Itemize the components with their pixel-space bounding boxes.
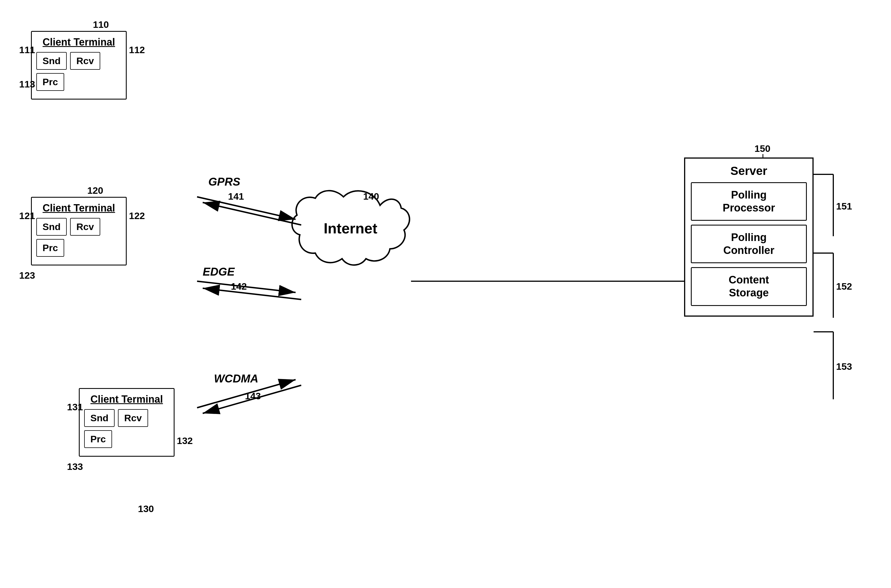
ref-132: 132: [177, 435, 193, 446]
client-130-row1: Snd Rcv: [84, 409, 169, 427]
client-130-prc: Prc: [84, 430, 112, 448]
client-terminal-130: Client Terminal Snd Rcv Prc: [79, 388, 175, 457]
client-120-row2: Prc: [36, 239, 121, 257]
server-ref-152: 152: [836, 281, 852, 292]
client-120-prc: Prc: [36, 239, 64, 257]
client-120-snd: Snd: [36, 218, 67, 236]
client-110-snd: Snd: [36, 52, 67, 70]
content-storage-box: ContentStorage: [691, 267, 807, 306]
client-110-rcv: Rcv: [70, 52, 100, 70]
wcdma-connection: [197, 380, 301, 413]
client-110-prc: Prc: [36, 73, 64, 91]
ref-123: 123: [19, 270, 35, 281]
client-terminal-120-title: Client Terminal: [36, 202, 121, 214]
internet-label: Internet: [324, 220, 378, 237]
edge-connection: [197, 281, 301, 300]
client-110-row2: Prc: [36, 73, 121, 91]
wcdma-label: WCDMA: [214, 372, 259, 385]
ref-110: 110: [93, 19, 109, 30]
ref-112: 112: [129, 44, 145, 56]
client-130-rcv: Rcv: [118, 409, 148, 427]
server-main-ref: 150: [754, 143, 771, 154]
client-130-row2: Prc: [84, 430, 169, 448]
client-terminal-110-title: Client Terminal: [36, 36, 121, 48]
ref-121: 121: [19, 210, 35, 221]
svg-line-5: [197, 281, 296, 292]
ref-131: 131: [67, 402, 83, 412]
server-box: Server PollingProcessor PollingControlle…: [684, 158, 814, 316]
svg-line-6: [203, 288, 301, 300]
internet-cloud: Internet 140: [292, 190, 409, 265]
cloud-ref: 140: [363, 191, 379, 202]
ref-133: 133: [67, 461, 83, 472]
polling-controller-box: PollingController: [691, 225, 807, 263]
polling-processor-box: PollingProcessor: [691, 182, 807, 221]
client-terminal-130-title: Client Terminal: [84, 393, 169, 405]
wcdma-ref: 143: [245, 391, 261, 401]
ref-120: 120: [87, 185, 103, 196]
client-terminal-110: Client Terminal Snd Rcv Prc: [31, 31, 127, 99]
svg-line-4: [203, 202, 301, 225]
edge-ref: 142: [231, 281, 247, 292]
ref-111: 111: [19, 44, 35, 56]
client-110-row1: Snd Rcv: [36, 52, 121, 70]
ref-122: 122: [129, 210, 145, 221]
ref-113: 113: [19, 79, 35, 90]
gprs-connection: [197, 197, 301, 225]
ref-130: 130: [138, 503, 154, 514]
server-ref-153: 153: [836, 361, 852, 372]
svg-line-8: [203, 385, 301, 413]
client-terminal-120: Client Terminal Snd Rcv Prc: [31, 197, 127, 266]
edge-label: EDGE: [203, 266, 235, 278]
gprs-ref: 141: [228, 191, 244, 202]
svg-line-3: [197, 197, 296, 219]
svg-line-7: [197, 380, 296, 408]
client-120-row1: Snd Rcv: [36, 218, 121, 236]
gprs-label: GPRS: [208, 176, 241, 188]
client-120-rcv: Rcv: [70, 218, 100, 236]
client-130-snd: Snd: [84, 409, 114, 427]
server-title: Server: [691, 164, 807, 178]
server-ref-151: 151: [836, 201, 852, 212]
